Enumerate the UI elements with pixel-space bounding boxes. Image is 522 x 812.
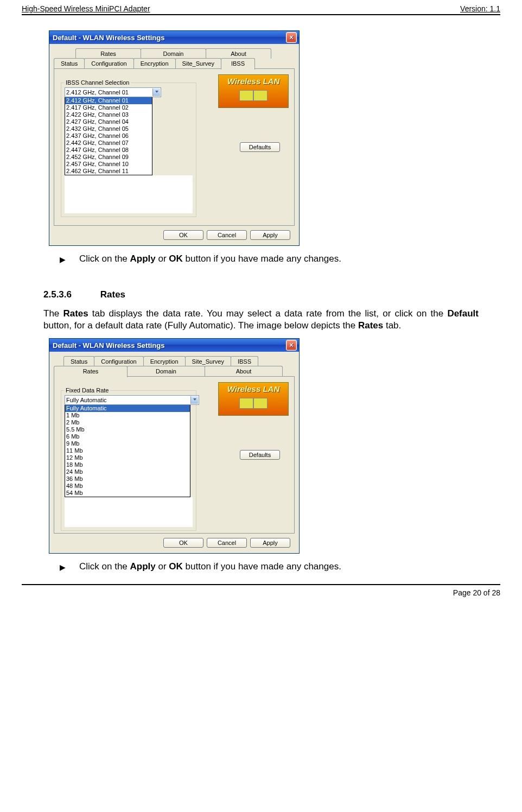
listbox-whitespace — [65, 175, 193, 213]
rates-paragraph: The Rates tab displays the data rate. Yo… — [43, 308, 479, 332]
section-title: Rates — [100, 289, 125, 300]
close-icon[interactable]: × — [286, 340, 297, 351]
page-number: Page 20 of 28 — [453, 588, 500, 597]
list-item[interactable]: 6 Mb — [65, 433, 190, 440]
tab-status[interactable]: Status — [54, 58, 85, 68]
defaults-button[interactable]: Defaults — [240, 450, 280, 460]
tab-about[interactable]: About — [205, 366, 283, 376]
tab-configuration[interactable]: Configuration — [94, 356, 143, 366]
list-item[interactable]: 2.422 GHz, Channel 03 — [65, 111, 152, 118]
list-item[interactable]: 2.442 GHz, Channel 07 — [65, 139, 152, 147]
apply-button[interactable]: Apply — [250, 538, 290, 548]
list-item[interactable]: 18 Mb — [65, 461, 190, 468]
tab-site-survey[interactable]: Site_Survey — [185, 356, 231, 366]
groupbox-label: IBSS Channel Selection — [64, 79, 131, 86]
defaults-button[interactable]: Defaults — [240, 142, 280, 152]
cancel-button[interactable]: Cancel — [207, 230, 247, 240]
tab-rates[interactable]: Rates — [75, 48, 141, 59]
fixed-data-rate-groupbox: Fixed Data Rate Fully Automatic Fully Au… — [61, 381, 196, 531]
tab-site-survey[interactable]: Site_Survey — [175, 58, 221, 68]
chevron-down-icon — [155, 91, 158, 93]
tab-domain[interactable]: Domain — [141, 48, 206, 59]
list-item[interactable]: 5.5 Mb — [65, 426, 190, 433]
list-item[interactable]: 2.412 GHz, Channel 01 — [65, 97, 152, 104]
bullet-arrow-icon: ▶ — [60, 561, 79, 572]
ok-button[interactable]: OK — [163, 538, 203, 548]
list-item[interactable]: 2.417 GHz, Channel 02 — [65, 104, 152, 111]
rate-listbox[interactable]: Fully Automatic 1 Mb 2 Mb 5.5 Mb 6 Mb 9 … — [65, 404, 190, 497]
combobox-value: Fully Automatic — [66, 397, 107, 403]
wireless-lan-logo: Wireless LAN — [218, 382, 289, 416]
tab-status[interactable]: Status — [63, 356, 94, 366]
chevron-down-icon — [193, 398, 196, 401]
channel-listbox[interactable]: 2.412 GHz, Channel 01 2.417 GHz, Channel… — [65, 97, 152, 175]
list-item[interactable]: 1 Mb — [65, 412, 190, 419]
ok-button[interactable]: OK — [163, 230, 203, 240]
ibss-channel-groupbox: IBSS Channel Selection 2.412 GHz, Channe… — [61, 73, 196, 217]
list-item[interactable]: 36 Mb — [65, 475, 190, 483]
list-item[interactable]: 2.457 GHz, Channel 10 — [65, 161, 152, 168]
computer-icon — [253, 398, 268, 409]
wireless-lan-logo: Wireless LAN — [218, 74, 289, 108]
tab-about[interactable]: About — [206, 48, 271, 59]
window-body: Rates Domain About Status Configuration … — [49, 44, 299, 245]
titlebar[interactable]: Default - WLAN Wireless Settings × — [49, 31, 299, 44]
dialog-buttons: OK Cancel Apply — [54, 534, 295, 548]
channel-combobox[interactable]: 2.412 GHz, Channel 01 — [65, 87, 161, 97]
combobox-value: 2.412 GHz, Channel 01 — [66, 89, 129, 96]
tabstrip: Rates Domain About Status Configuration … — [54, 48, 295, 69]
page-header: High-Speed Wireless MiniPCI Adapter Vers… — [22, 4, 500, 15]
apply-button[interactable]: Apply — [250, 230, 290, 240]
ibss-settings-window: Default - WLAN Wireless Settings × Rates… — [49, 30, 300, 246]
instruction-bullet: ▶ Click on the Apply or OK button if you… — [60, 253, 479, 264]
tab-encryption[interactable]: Encryption — [133, 58, 176, 68]
rates-settings-window: Default - WLAN Wireless Settings × Statu… — [49, 338, 300, 554]
list-item[interactable]: 2.432 GHz, Channel 05 — [65, 125, 152, 132]
document-page: High-Speed Wireless MiniPCI Adapter Vers… — [0, 0, 522, 608]
page-footer: Page 20 of 28 — [22, 584, 500, 597]
logo-text: Wireless LAN — [219, 384, 288, 394]
list-item[interactable]: 2.437 GHz, Channel 06 — [65, 132, 152, 139]
tabstrip: Status Configuration Encryption Site_Sur… — [54, 356, 295, 377]
instruction-bullet: ▶ Click on the Apply or OK button if you… — [60, 561, 479, 572]
tab-domain[interactable]: Domain — [127, 366, 205, 376]
header-left: High-Speed Wireless MiniPCI Adapter — [22, 4, 150, 13]
list-item[interactable]: 12 Mb — [65, 454, 190, 461]
section-number: 2.5.3.6 — [43, 289, 98, 300]
list-item[interactable]: 11 Mb — [65, 447, 190, 454]
computer-icon — [239, 90, 253, 101]
list-item[interactable]: 2.462 GHz, Channel 11 — [65, 168, 152, 175]
list-item[interactable]: 2.452 GHz, Channel 09 — [65, 154, 152, 161]
bullet-arrow-icon: ▶ — [60, 253, 79, 264]
list-item[interactable]: 2.447 GHz, Channel 08 — [65, 147, 152, 154]
list-item[interactable]: 9 Mb — [65, 440, 190, 447]
window-title: Default - WLAN Wireless Settings — [53, 341, 164, 350]
computer-icon — [253, 90, 268, 101]
tab-encryption[interactable]: Encryption — [143, 356, 186, 366]
listbox-whitespace — [65, 497, 193, 527]
computer-icon — [239, 398, 253, 409]
list-item[interactable]: 2 Mb — [65, 419, 190, 426]
tab-rates[interactable]: Rates — [54, 366, 128, 377]
tab-configuration[interactable]: Configuration — [84, 58, 133, 68]
tab-ibss[interactable]: IBSS — [231, 356, 258, 366]
instruction-text: Click on the Apply or OK button if you h… — [79, 253, 341, 264]
tab-panel-ibss: IBSS Channel Selection 2.412 GHz, Channe… — [54, 68, 295, 226]
list-item[interactable]: 24 Mb — [65, 468, 190, 475]
rate-combobox[interactable]: Fully Automatic — [65, 395, 199, 405]
groupbox-label: Fixed Data Rate — [64, 387, 110, 394]
list-item[interactable]: 2.427 GHz, Channel 04 — [65, 118, 152, 125]
cancel-button[interactable]: Cancel — [207, 538, 247, 548]
list-item[interactable]: Fully Automatic — [65, 405, 190, 412]
list-item[interactable]: 48 Mb — [65, 483, 190, 490]
close-icon[interactable]: × — [286, 32, 297, 43]
instruction-text: Click on the Apply or OK button if you h… — [79, 561, 341, 572]
logo-text: Wireless LAN — [219, 77, 288, 86]
tab-ibss[interactable]: IBSS — [221, 58, 255, 69]
dialog-buttons: OK Cancel Apply — [54, 226, 295, 240]
window-body: Status Configuration Encryption Site_Sur… — [49, 352, 299, 553]
tab-panel-rates: Fixed Data Rate Fully Automatic Fully Au… — [54, 376, 295, 534]
header-right: Version: 1.1 — [460, 4, 500, 13]
titlebar[interactable]: Default - WLAN Wireless Settings × — [49, 339, 299, 352]
list-item[interactable]: 54 Mb — [65, 490, 190, 497]
